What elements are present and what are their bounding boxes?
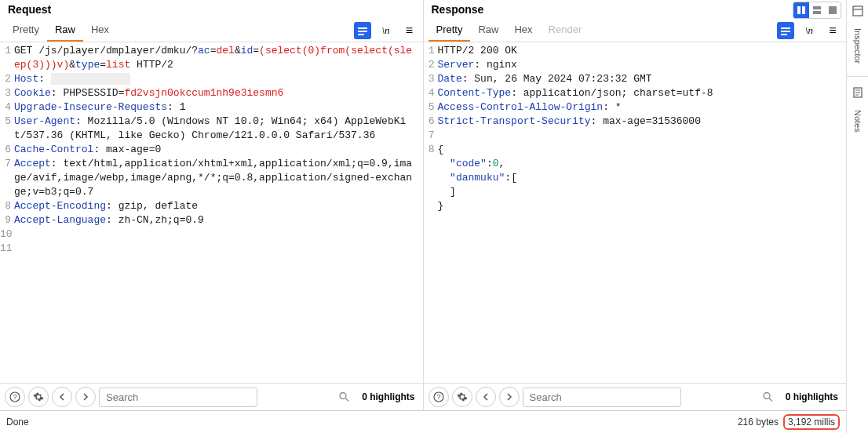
request-tab-hex[interactable]: Hex (83, 19, 117, 42)
svg-rect-17 (813, 11, 821, 14)
response-code-area[interactable]: 1HTTP/2 200 OK 2Server: nginx 3Date: Sun… (424, 42, 847, 383)
svg-rect-18 (829, 6, 837, 14)
svg-rect-9 (781, 34, 787, 35)
svg-text:?: ? (13, 393, 16, 401)
request-highlights: 0 highlights (359, 391, 418, 402)
response-panel: Response Pretty Raw Hex Render \n ≡ (424, 0, 847, 410)
view-columns-icon[interactable] (793, 2, 809, 18)
svg-rect-0 (358, 27, 367, 29)
status-millis: 3,192 millis (783, 414, 840, 430)
request-tab-raw[interactable]: Raw (47, 19, 83, 42)
svg-rect-1 (358, 31, 367, 32)
newline-icon[interactable]: \n (377, 22, 395, 39)
svg-rect-15 (802, 6, 805, 14)
status-bar: Done 216 bytes 3,192 millis (0, 410, 846, 433)
actions-icon[interactable] (354, 22, 371, 39)
response-tabs-row: Pretty Raw Hex Render \n ≡ (424, 19, 847, 42)
status-bytes: 216 bytes (738, 417, 779, 428)
resp-next-icon[interactable] (499, 387, 520, 407)
svg-line-13 (769, 398, 772, 402)
notes-icon[interactable] (850, 85, 866, 100)
response-tab-raw[interactable]: Raw (470, 19, 506, 42)
right-sidebar: Inspector Notes (846, 0, 868, 433)
svg-line-6 (345, 398, 348, 402)
view-single-icon[interactable] (825, 2, 841, 18)
svg-rect-14 (797, 6, 801, 14)
resp-gear-icon[interactable] (452, 387, 472, 407)
sidebar-divider (847, 76, 868, 77)
resp-prev-icon[interactable] (476, 387, 496, 407)
response-tab-pretty[interactable]: Pretty (429, 19, 471, 42)
resp-status-line: HTTP/2 200 OK (438, 45, 517, 56)
view-rows-icon[interactable] (809, 2, 825, 18)
request-panel: Request Pretty Raw Hex \n ≡ (0, 0, 424, 410)
menu-icon[interactable]: ≡ (401, 22, 418, 39)
response-tab-render[interactable]: Render (541, 19, 590, 42)
resp-search-icon (763, 392, 773, 402)
request-search-input[interactable] (99, 388, 257, 407)
req-path: /js/player/dmplayer/dmku/? (32, 45, 198, 56)
request-tab-pretty[interactable]: Pretty (5, 19, 47, 42)
search-icon (339, 392, 349, 402)
response-highlights: 0 highlights (782, 391, 841, 402)
response-tab-hex[interactable]: Hex (506, 19, 540, 42)
resp-newline-icon[interactable]: \n (801, 22, 818, 39)
status-done: Done (6, 417, 738, 428)
request-code-area[interactable]: 1GET /js/player/dmplayer/dmku/?ac=del&id… (0, 42, 423, 383)
svg-rect-8 (781, 31, 790, 32)
response-search-bar: ? (424, 383, 847, 410)
response-title: Response (424, 0, 847, 19)
inspector-icon[interactable] (850, 3, 866, 19)
request-tabs-row: Pretty Raw Hex \n ≡ (0, 19, 423, 42)
resp-menu-icon[interactable]: ≡ (824, 22, 841, 39)
resp-help-icon[interactable]: ? (429, 387, 449, 407)
svg-rect-16 (813, 6, 821, 9)
notes-tab[interactable]: Notes (852, 105, 864, 137)
help-icon[interactable]: ? (5, 387, 25, 407)
svg-rect-2 (358, 34, 364, 35)
prev-icon[interactable] (52, 387, 72, 407)
svg-point-5 (340, 393, 346, 399)
resp-actions-icon[interactable] (777, 22, 794, 39)
next-icon[interactable] (75, 387, 96, 407)
request-title: Request (0, 0, 423, 19)
response-search-input[interactable] (523, 388, 681, 407)
svg-rect-7 (781, 27, 790, 29)
req-host-key: Host (14, 73, 38, 85)
request-search-bar: ? (0, 383, 423, 410)
req-method: GET (14, 45, 32, 56)
req-cookie-key: Cookie (14, 87, 51, 99)
view-toggle (793, 2, 841, 19)
gear-icon[interactable] (28, 387, 49, 407)
svg-rect-19 (853, 6, 863, 16)
svg-point-12 (764, 393, 770, 399)
svg-text:?: ? (436, 393, 440, 401)
inspector-tab[interactable]: Inspector (852, 24, 864, 68)
